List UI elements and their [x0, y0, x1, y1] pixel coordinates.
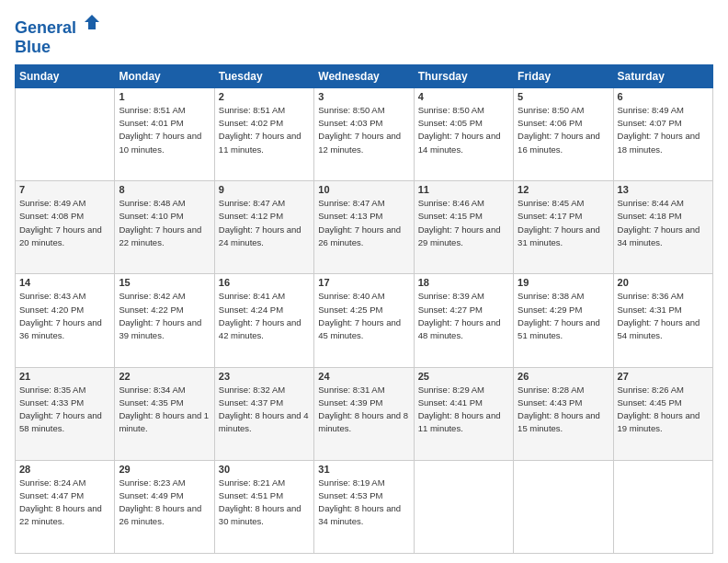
- weekday-header-friday: Friday: [514, 64, 613, 87]
- weekday-header-row: SundayMondayTuesdayWednesdayThursdayFrid…: [16, 64, 713, 87]
- day-number: 25: [418, 371, 509, 382]
- daylight: Daylight: 8 hours and 22 minutes.: [19, 503, 102, 526]
- day-number: 1: [119, 91, 210, 102]
- day-info: Sunrise: 8:24 AMSunset: 4:47 PMDaylight:…: [19, 477, 110, 529]
- daylight: Daylight: 8 hours and 1 minute.: [119, 410, 209, 433]
- sunrise: Sunrise: 8:28 AM: [518, 385, 584, 395]
- daylight: Daylight: 8 hours and 8 minutes.: [318, 410, 408, 433]
- day-info: Sunrise: 8:44 AMSunset: 4:18 PMDaylight:…: [618, 197, 709, 249]
- day-number: 30: [219, 464, 310, 475]
- daylight: Daylight: 7 hours and 34 minutes.: [618, 224, 700, 247]
- sunset: Sunset: 4:10 PM: [119, 211, 183, 221]
- calendar-cell: 9Sunrise: 8:47 AMSunset: 4:12 PMDaylight…: [214, 181, 313, 274]
- calendar-cell: [414, 460, 513, 553]
- calendar-cell: 11Sunrise: 8:46 AMSunset: 4:15 PMDayligh…: [414, 181, 513, 274]
- sunset: Sunset: 4:27 PM: [418, 304, 483, 315]
- sunset: Sunset: 4:03 PM: [318, 118, 382, 128]
- day-info: Sunrise: 8:21 AMSunset: 4:51 PMDaylight:…: [219, 477, 310, 529]
- sunrise: Sunrise: 8:21 AM: [219, 477, 285, 488]
- day-number: 7: [19, 184, 110, 195]
- sunset: Sunset: 4:29 PM: [518, 304, 582, 315]
- daylight: Daylight: 7 hours and 18 minutes.: [618, 131, 700, 154]
- sunrise: Sunrise: 8:51 AM: [219, 105, 285, 115]
- calendar-cell: 15Sunrise: 8:42 AMSunset: 4:22 PMDayligh…: [115, 274, 214, 367]
- day-number: 19: [518, 277, 609, 288]
- sunset: Sunset: 4:39 PM: [318, 397, 382, 408]
- daylight: Daylight: 8 hours and 34 minutes.: [318, 503, 401, 526]
- sunrise: Sunrise: 8:47 AM: [219, 198, 285, 208]
- calendar-cell: 3Sunrise: 8:50 AMSunset: 4:03 PMDaylight…: [314, 87, 414, 180]
- day-info: Sunrise: 8:23 AMSunset: 4:49 PMDaylight:…: [119, 477, 210, 529]
- day-number: 18: [418, 277, 509, 288]
- sunset: Sunset: 4:07 PM: [618, 118, 682, 128]
- calendar-cell: 30Sunrise: 8:21 AMSunset: 4:51 PMDayligh…: [214, 460, 313, 553]
- logo-text: General: [15, 15, 101, 38]
- day-number: 2: [219, 91, 310, 102]
- sunrise: Sunrise: 8:45 AM: [518, 198, 584, 208]
- daylight: Daylight: 7 hours and 45 minutes.: [318, 317, 401, 340]
- sunrise: Sunrise: 8:42 AM: [119, 291, 185, 301]
- sunset: Sunset: 4:24 PM: [219, 304, 283, 315]
- day-info: Sunrise: 8:50 AMSunset: 4:06 PMDaylight:…: [518, 104, 609, 156]
- day-number: 4: [418, 91, 509, 102]
- sunrise: Sunrise: 8:49 AM: [618, 105, 684, 115]
- weekday-header-wednesday: Wednesday: [314, 64, 414, 87]
- sunrise: Sunrise: 8:50 AM: [418, 105, 484, 115]
- sunset: Sunset: 4:06 PM: [518, 118, 582, 128]
- weekday-header-tuesday: Tuesday: [214, 64, 313, 87]
- day-info: Sunrise: 8:39 AMSunset: 4:27 PMDaylight:…: [418, 290, 509, 342]
- calendar-cell: 24Sunrise: 8:31 AMSunset: 4:39 PMDayligh…: [314, 367, 414, 460]
- day-info: Sunrise: 8:36 AMSunset: 4:31 PMDaylight:…: [618, 290, 709, 342]
- day-number: 22: [119, 371, 210, 382]
- daylight: Daylight: 8 hours and 26 minutes.: [119, 503, 201, 526]
- sunrise: Sunrise: 8:49 AM: [19, 198, 85, 208]
- day-info: Sunrise: 8:45 AMSunset: 4:17 PMDaylight:…: [518, 197, 609, 249]
- calendar-cell: 1Sunrise: 8:51 AMSunset: 4:01 PMDaylight…: [115, 87, 214, 180]
- weekday-header-monday: Monday: [115, 64, 214, 87]
- sunset: Sunset: 4:51 PM: [219, 490, 283, 500]
- day-number: 12: [518, 184, 609, 195]
- sunrise: Sunrise: 8:46 AM: [418, 198, 484, 208]
- sunrise: Sunrise: 8:23 AM: [119, 477, 185, 488]
- header: General Blue: [15, 15, 713, 57]
- calendar-cell: 2Sunrise: 8:51 AMSunset: 4:02 PMDaylight…: [214, 87, 313, 180]
- calendar-cell: 29Sunrise: 8:23 AMSunset: 4:49 PMDayligh…: [115, 460, 214, 553]
- daylight: Daylight: 7 hours and 39 minutes.: [119, 317, 201, 340]
- calendar-cell: 18Sunrise: 8:39 AMSunset: 4:27 PMDayligh…: [414, 274, 513, 367]
- sunrise: Sunrise: 8:39 AM: [418, 291, 484, 301]
- daylight: Daylight: 8 hours and 19 minutes.: [618, 410, 700, 433]
- day-number: 20: [618, 277, 709, 288]
- sunrise: Sunrise: 8:47 AM: [318, 198, 384, 208]
- calendar-cell: 26Sunrise: 8:28 AMSunset: 4:43 PMDayligh…: [514, 367, 613, 460]
- sunset: Sunset: 4:45 PM: [618, 397, 682, 408]
- sunset: Sunset: 4:12 PM: [219, 211, 283, 221]
- daylight: Daylight: 7 hours and 11 minutes.: [219, 131, 301, 154]
- sunset: Sunset: 4:18 PM: [618, 211, 682, 221]
- day-info: Sunrise: 8:38 AMSunset: 4:29 PMDaylight:…: [518, 290, 609, 342]
- daylight: Daylight: 7 hours and 42 minutes.: [219, 317, 301, 340]
- daylight: Daylight: 8 hours and 15 minutes.: [518, 410, 600, 433]
- day-info: Sunrise: 8:41 AMSunset: 4:24 PMDaylight:…: [219, 290, 310, 342]
- day-info: Sunrise: 8:49 AMSunset: 4:08 PMDaylight:…: [19, 197, 110, 249]
- sunrise: Sunrise: 8:38 AM: [518, 291, 584, 301]
- logo-blue: Blue: [15, 38, 101, 57]
- day-number: 26: [518, 371, 609, 382]
- day-info: Sunrise: 8:47 AMSunset: 4:12 PMDaylight:…: [219, 197, 310, 249]
- day-number: 17: [318, 277, 409, 288]
- daylight: Daylight: 7 hours and 10 minutes.: [119, 131, 201, 154]
- daylight: Daylight: 7 hours and 54 minutes.: [618, 317, 700, 340]
- day-number: 8: [119, 184, 210, 195]
- day-number: 21: [19, 371, 110, 382]
- week-row-3: 21Sunrise: 8:35 AMSunset: 4:33 PMDayligh…: [16, 367, 713, 460]
- calendar-cell: 4Sunrise: 8:50 AMSunset: 4:05 PMDaylight…: [414, 87, 513, 180]
- sunset: Sunset: 4:13 PM: [318, 211, 382, 221]
- day-info: Sunrise: 8:26 AMSunset: 4:45 PMDaylight:…: [618, 384, 709, 436]
- sunrise: Sunrise: 8:36 AM: [618, 291, 684, 301]
- calendar-cell: 8Sunrise: 8:48 AMSunset: 4:10 PMDaylight…: [115, 181, 214, 274]
- calendar-page: General Blue SundayMondayTuesdayWednesda…: [0, 0, 728, 563]
- day-number: 16: [219, 277, 310, 288]
- day-number: 24: [318, 371, 409, 382]
- sunset: Sunset: 4:08 PM: [19, 211, 84, 221]
- weekday-header-saturday: Saturday: [613, 64, 712, 87]
- day-info: Sunrise: 8:51 AMSunset: 4:02 PMDaylight:…: [219, 104, 310, 156]
